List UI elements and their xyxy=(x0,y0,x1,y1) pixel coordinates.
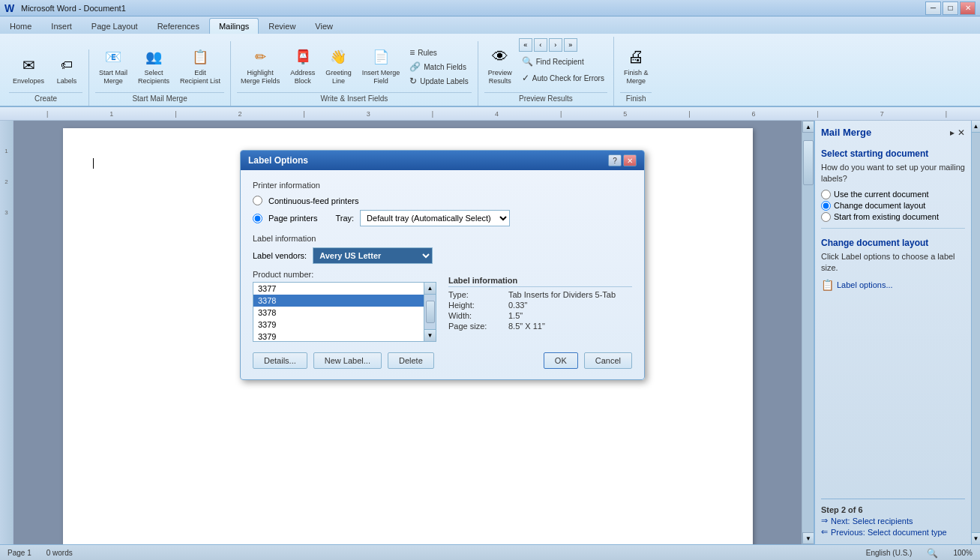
status-bar: Page 1 0 words English (U.S.) 🔍 100% xyxy=(0,544,980,560)
panel-scroll-down[interactable]: ▼ xyxy=(972,532,980,544)
envelopes-icon: ✉ xyxy=(16,53,40,77)
label-info-details: Label information Type: Tab Inserts for … xyxy=(448,270,632,342)
app-icon: W xyxy=(4,2,16,14)
panel-expand-icon[interactable]: ▸ xyxy=(950,127,955,138)
change-layout-title: Change document layout xyxy=(821,238,965,248)
scroll-thumb[interactable] xyxy=(803,140,814,185)
ribbon-group-create: ✉ Envelopes 🏷 Labels Create xyxy=(3,49,89,106)
edit-recipient-list-button[interactable]: 📋 EditRecipient List xyxy=(176,43,224,88)
scroll-down-button[interactable]: ▼ xyxy=(802,532,814,544)
update-labels-button[interactable]: ↻ Update Labels xyxy=(406,74,472,88)
nav-first-button[interactable]: « xyxy=(519,38,532,52)
dialog-title-bar: Label Options ? ✕ xyxy=(241,151,644,170)
tab-references[interactable]: References xyxy=(148,18,209,34)
next-step-link[interactable]: ⇒ Next: Select recipients xyxy=(821,516,965,526)
nav-last-button[interactable]: » xyxy=(564,38,577,52)
listbox-scroll-down[interactable]: ▼ xyxy=(424,329,436,341)
list-item[interactable]: 3379 xyxy=(253,331,424,342)
panel-close-icon[interactable]: ✕ xyxy=(958,127,965,138)
label-options-dialog: Label Options ? ✕ Printer information Co… xyxy=(240,150,645,380)
scroll-track[interactable] xyxy=(802,133,814,532)
next-arrow-icon: ⇒ xyxy=(821,516,828,526)
panel-separator xyxy=(821,228,965,229)
page-size-value: 8.5" X 11" xyxy=(508,322,545,331)
listbox-scrollbar[interactable]: ▲ ▼ xyxy=(424,282,436,342)
group-write-insert-label: Write & Insert Fields xyxy=(237,92,472,106)
list-item[interactable]: 3378 xyxy=(253,307,424,319)
tab-page-layout[interactable]: Page Layout xyxy=(82,18,148,34)
tray-select[interactable]: Default tray (Automatically Select) xyxy=(360,210,510,226)
find-recipient-button[interactable]: 🔍 Find Recipient xyxy=(519,55,607,68)
restore-button[interactable]: □ xyxy=(943,1,958,15)
insert-merge-field-button[interactable]: 📄 Insert MergeField xyxy=(358,43,404,88)
labels-button[interactable]: 🏷 Labels xyxy=(51,51,82,88)
option-change-layout[interactable]: Change document layout xyxy=(821,201,965,211)
dialog-buttons: Details... New Label... Delete OK Cancel xyxy=(253,352,632,369)
preview-results-button[interactable]: 👁 PreviewResults xyxy=(484,43,516,88)
title-bar-text: Microsoft Word - Document1 xyxy=(21,4,925,13)
rules-icon: ≡ xyxy=(409,47,415,58)
option-use-current[interactable]: Use the current document xyxy=(821,190,965,199)
group-start-mail-merge-label: Start Mail Merge xyxy=(95,92,224,106)
envelopes-label: Envelopes xyxy=(13,77,44,85)
ok-button[interactable]: OK xyxy=(544,352,578,369)
tab-mailings[interactable]: Mailings xyxy=(209,18,259,34)
start-mail-merge-button[interactable]: 📧 Start MailMerge xyxy=(95,43,131,88)
nav-prev-button[interactable]: ‹ xyxy=(534,38,547,52)
match-fields-label: Match Fields xyxy=(424,63,466,71)
rules-button[interactable]: ≡ Rules xyxy=(406,46,472,59)
delete-button[interactable]: Delete xyxy=(388,352,434,369)
select-recipients-button[interactable]: 👥 SelectRecipients xyxy=(134,43,173,88)
option-use-current-label: Use the current document xyxy=(834,190,929,199)
preview-results-icon: 👁 xyxy=(488,45,512,69)
tab-home[interactable]: Home xyxy=(0,18,41,34)
minimize-button[interactable]: ─ xyxy=(925,1,941,15)
vendor-select[interactable]: Avery US Letter xyxy=(313,247,433,264)
option-start-existing[interactable]: Start from existing document xyxy=(821,212,965,222)
continuous-feed-option[interactable]: Continuous-feed printers xyxy=(253,196,632,205)
envelopes-button[interactable]: ✉ Envelopes xyxy=(9,51,48,88)
page-indicator: Page 1 xyxy=(7,549,31,557)
vertical-scrollbar[interactable]: ▲ ▼ xyxy=(802,121,814,544)
list-item[interactable]: 3377 xyxy=(253,283,424,295)
address-block-button[interactable]: 📮 AddressBlock xyxy=(286,43,319,88)
prev-step-link[interactable]: ⇐ Previous: Select document type xyxy=(821,527,965,537)
scroll-up-button[interactable]: ▲ xyxy=(802,121,814,133)
option-start-existing-label: Start from existing document xyxy=(834,212,939,221)
tab-review[interactable]: Review xyxy=(259,18,305,34)
product-listbox[interactable]: 3377 3378 3378 3379 3379 3380 xyxy=(253,282,424,342)
tab-insert[interactable]: Insert xyxy=(41,18,82,34)
dialog-close-button[interactable]: ✕ xyxy=(623,154,637,166)
page-size-row: Page size: 8.5" X 11" xyxy=(448,322,632,331)
match-fields-button[interactable]: 🔗 Match Fields xyxy=(406,60,472,73)
width-value: 1.5" xyxy=(508,311,523,320)
height-label: Height: xyxy=(448,301,508,310)
nav-next-button[interactable]: › xyxy=(549,38,562,52)
details-button[interactable]: Details... xyxy=(253,352,307,369)
listbox-scroll-up[interactable]: ▲ xyxy=(424,283,436,295)
tab-view[interactable]: View xyxy=(305,18,343,34)
label-options-icon: 📋 xyxy=(821,279,834,291)
label-options-link[interactable]: 📋 Label options... xyxy=(821,279,965,291)
close-button[interactable]: ✕ xyxy=(960,1,976,15)
auto-check-button[interactable]: ✓ Auto Check for Errors xyxy=(519,71,607,85)
page-printers-option[interactable]: Page printers Tray: Default tray (Automa… xyxy=(253,210,632,226)
finish-merge-button[interactable]: 🖨 Finish &Merge xyxy=(620,43,652,88)
panel-options: Use the current document Change document… xyxy=(821,188,965,223)
dialog-help-button[interactable]: ? xyxy=(608,154,622,166)
mail-merge-panel: Mail Merge ▸ ✕ Select starting document … xyxy=(814,121,971,544)
cancel-button[interactable]: Cancel xyxy=(584,352,632,369)
panel-step: Step 2 of 6 xyxy=(821,505,965,514)
new-label-button[interactable]: New Label... xyxy=(313,352,382,369)
panel-scrollbar[interactable]: ▲ ▼ xyxy=(971,121,980,544)
panel-header: Mail Merge ▸ ✕ xyxy=(821,127,965,138)
list-item[interactable]: 3378 xyxy=(253,295,424,307)
highlight-merge-fields-button[interactable]: ✏ HighlightMerge Fields xyxy=(237,43,283,88)
ribbon-group-finish: 🖨 Finish &Merge Finish xyxy=(614,41,658,106)
greeting-line-button[interactable]: 👋 GreetingLine xyxy=(322,43,355,88)
list-item[interactable]: 3379 xyxy=(253,319,424,331)
top-ruler: | 1 | 2 | 3 | 4 | 5 | 6 | 7 | xyxy=(0,107,980,121)
product-listbox-container: 3377 3378 3378 3379 3379 3380 ▲ xyxy=(253,282,436,342)
height-row: Height: 0.33" xyxy=(448,301,632,310)
panel-scroll-up[interactable]: ▲ xyxy=(972,121,980,133)
